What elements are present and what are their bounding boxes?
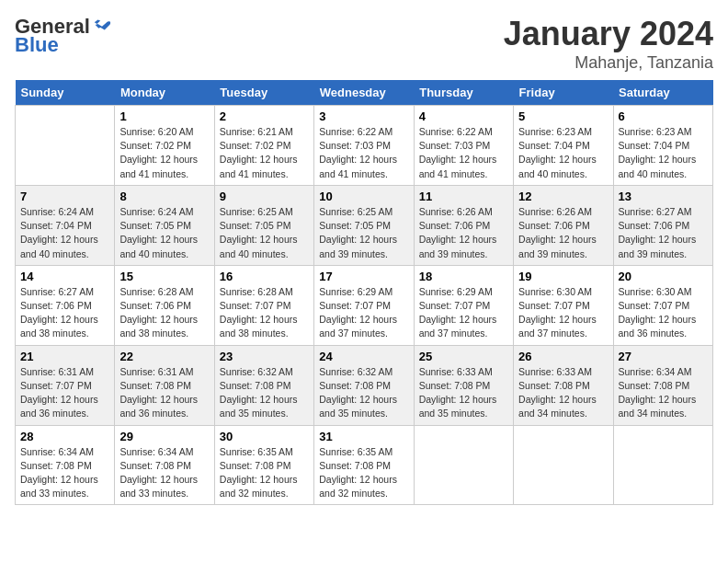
table-row: 20 Sunrise: 6:30 AMSunset: 7:07 PMDaylig… xyxy=(613,265,712,345)
location-subtitle: Mahanje, Tanzania xyxy=(504,53,713,73)
day-info: Sunrise: 6:33 AMSunset: 7:08 PMDaylight:… xyxy=(419,366,497,419)
day-number: 31 xyxy=(319,430,408,443)
day-info: Sunrise: 6:29 AMSunset: 7:07 PMDaylight:… xyxy=(419,286,497,339)
day-number: 26 xyxy=(518,350,608,363)
col-tuesday: Tuesday xyxy=(214,80,313,106)
day-number: 13 xyxy=(619,190,708,203)
day-info: Sunrise: 6:23 AMSunset: 7:04 PMDaylight:… xyxy=(518,126,597,179)
day-info: Sunrise: 6:34 AMSunset: 7:08 PMDaylight:… xyxy=(20,446,98,500)
day-info: Sunrise: 6:26 AMSunset: 7:06 PMDaylight:… xyxy=(518,206,597,259)
day-number: 14 xyxy=(20,270,109,283)
day-info: Sunrise: 6:33 AMSunset: 7:08 PMDaylight:… xyxy=(518,366,597,419)
table-row xyxy=(613,425,712,505)
day-number: 3 xyxy=(319,109,408,123)
col-friday: Friday xyxy=(514,80,613,106)
day-info: Sunrise: 6:32 AMSunset: 7:08 PMDaylight:… xyxy=(220,366,298,419)
day-info: Sunrise: 6:31 AMSunset: 7:08 PMDaylight:… xyxy=(119,366,198,419)
day-info: Sunrise: 6:27 AMSunset: 7:06 PMDaylight:… xyxy=(20,286,98,339)
col-wednesday: Wednesday xyxy=(314,80,414,106)
day-info: Sunrise: 6:35 AMSunset: 7:08 PMDaylight:… xyxy=(220,446,298,500)
day-number: 7 xyxy=(20,190,109,203)
table-row: 11 Sunrise: 6:26 AMSunset: 7:06 PMDaylig… xyxy=(414,185,513,265)
day-number: 19 xyxy=(518,270,608,283)
col-sunday: Sunday xyxy=(16,80,115,106)
day-number: 29 xyxy=(119,430,209,443)
table-row: 5 Sunrise: 6:23 AMSunset: 7:04 PMDayligh… xyxy=(514,106,613,186)
day-number: 4 xyxy=(419,109,508,123)
table-row: 6 Sunrise: 6:23 AMSunset: 7:04 PMDayligh… xyxy=(613,106,712,186)
table-row: 4 Sunrise: 6:22 AMSunset: 7:03 PMDayligh… xyxy=(414,106,513,186)
table-row: 18 Sunrise: 6:29 AMSunset: 7:07 PMDaylig… xyxy=(414,265,513,345)
table-row: 13 Sunrise: 6:27 AMSunset: 7:06 PMDaylig… xyxy=(613,185,712,265)
table-row: 12 Sunrise: 6:26 AMSunset: 7:06 PMDaylig… xyxy=(514,185,613,265)
day-number: 27 xyxy=(619,350,708,363)
day-number: 10 xyxy=(319,190,408,203)
day-number: 21 xyxy=(20,350,109,363)
col-saturday: Saturday xyxy=(613,80,712,106)
table-row: 1 Sunrise: 6:20 AMSunset: 7:02 PMDayligh… xyxy=(115,106,214,186)
logo-blue-text: Blue xyxy=(15,33,59,57)
day-number: 25 xyxy=(419,350,508,363)
table-row: 8 Sunrise: 6:24 AMSunset: 7:05 PMDayligh… xyxy=(115,185,214,265)
table-row: 29 Sunrise: 6:34 AMSunset: 7:08 PMDaylig… xyxy=(115,425,214,505)
day-number: 5 xyxy=(518,109,608,123)
day-number: 12 xyxy=(518,190,608,203)
table-row: 23 Sunrise: 6:32 AMSunset: 7:08 PMDaylig… xyxy=(214,345,313,425)
day-number: 6 xyxy=(619,109,708,123)
table-row xyxy=(16,106,115,186)
table-row: 30 Sunrise: 6:35 AMSunset: 7:08 PMDaylig… xyxy=(214,425,313,505)
day-number: 28 xyxy=(20,430,109,443)
day-number: 18 xyxy=(419,270,508,283)
table-row: 2 Sunrise: 6:21 AMSunset: 7:02 PMDayligh… xyxy=(214,106,313,186)
day-info: Sunrise: 6:29 AMSunset: 7:07 PMDaylight:… xyxy=(319,286,397,339)
table-row xyxy=(514,425,613,505)
calendar-header-row: Sunday Monday Tuesday Wednesday Thursday… xyxy=(16,80,713,106)
month-year-title: January 2024 xyxy=(504,15,713,53)
table-row xyxy=(414,425,513,505)
table-row: 19 Sunrise: 6:30 AMSunset: 7:07 PMDaylig… xyxy=(514,265,613,345)
day-info: Sunrise: 6:34 AMSunset: 7:08 PMDaylight:… xyxy=(619,366,697,419)
day-number: 11 xyxy=(419,190,508,203)
logo-bird-icon xyxy=(92,15,112,35)
day-info: Sunrise: 6:30 AMSunset: 7:07 PMDaylight:… xyxy=(619,286,697,339)
table-row: 31 Sunrise: 6:35 AMSunset: 7:08 PMDaylig… xyxy=(314,425,414,505)
day-info: Sunrise: 6:21 AMSunset: 7:02 PMDaylight:… xyxy=(220,126,298,179)
day-number: 23 xyxy=(220,350,309,363)
day-number: 9 xyxy=(220,190,309,203)
day-info: Sunrise: 6:32 AMSunset: 7:08 PMDaylight:… xyxy=(319,366,397,419)
day-info: Sunrise: 6:30 AMSunset: 7:07 PMDaylight:… xyxy=(518,286,597,339)
day-number: 30 xyxy=(220,430,309,443)
logo: General Blue xyxy=(15,15,112,57)
day-info: Sunrise: 6:25 AMSunset: 7:05 PMDaylight:… xyxy=(220,206,298,259)
day-number: 22 xyxy=(119,350,209,363)
day-info: Sunrise: 6:20 AMSunset: 7:02 PMDaylight:… xyxy=(119,126,198,179)
table-row: 14 Sunrise: 6:27 AMSunset: 7:06 PMDaylig… xyxy=(16,265,115,345)
day-number: 2 xyxy=(220,109,309,123)
day-number: 16 xyxy=(220,270,309,283)
day-number: 20 xyxy=(619,270,708,283)
day-info: Sunrise: 6:24 AMSunset: 7:04 PMDaylight:… xyxy=(20,206,98,259)
col-monday: Monday xyxy=(115,80,214,106)
table-row: 25 Sunrise: 6:33 AMSunset: 7:08 PMDaylig… xyxy=(414,345,513,425)
table-row: 9 Sunrise: 6:25 AMSunset: 7:05 PMDayligh… xyxy=(214,185,313,265)
table-row: 26 Sunrise: 6:33 AMSunset: 7:08 PMDaylig… xyxy=(514,345,613,425)
day-number: 17 xyxy=(319,270,408,283)
table-row: 15 Sunrise: 6:28 AMSunset: 7:06 PMDaylig… xyxy=(115,265,214,345)
table-row: 28 Sunrise: 6:34 AMSunset: 7:08 PMDaylig… xyxy=(16,425,115,505)
day-number: 1 xyxy=(119,109,209,123)
day-info: Sunrise: 6:31 AMSunset: 7:07 PMDaylight:… xyxy=(20,366,98,419)
day-info: Sunrise: 6:22 AMSunset: 7:03 PMDaylight:… xyxy=(319,126,397,179)
day-info: Sunrise: 6:22 AMSunset: 7:03 PMDaylight:… xyxy=(419,126,497,179)
page-header: General Blue January 2024 Mahanje, Tanza… xyxy=(15,15,713,73)
day-number: 8 xyxy=(119,190,209,203)
col-thursday: Thursday xyxy=(414,80,513,106)
table-row: 17 Sunrise: 6:29 AMSunset: 7:07 PMDaylig… xyxy=(314,265,414,345)
day-info: Sunrise: 6:26 AMSunset: 7:06 PMDaylight:… xyxy=(419,206,497,259)
day-number: 15 xyxy=(119,270,209,283)
day-info: Sunrise: 6:25 AMSunset: 7:05 PMDaylight:… xyxy=(319,206,397,259)
table-row: 21 Sunrise: 6:31 AMSunset: 7:07 PMDaylig… xyxy=(16,345,115,425)
day-info: Sunrise: 6:34 AMSunset: 7:08 PMDaylight:… xyxy=(119,446,198,500)
table-row: 22 Sunrise: 6:31 AMSunset: 7:08 PMDaylig… xyxy=(115,345,214,425)
table-row: 24 Sunrise: 6:32 AMSunset: 7:08 PMDaylig… xyxy=(314,345,414,425)
day-info: Sunrise: 6:28 AMSunset: 7:06 PMDaylight:… xyxy=(119,286,198,339)
